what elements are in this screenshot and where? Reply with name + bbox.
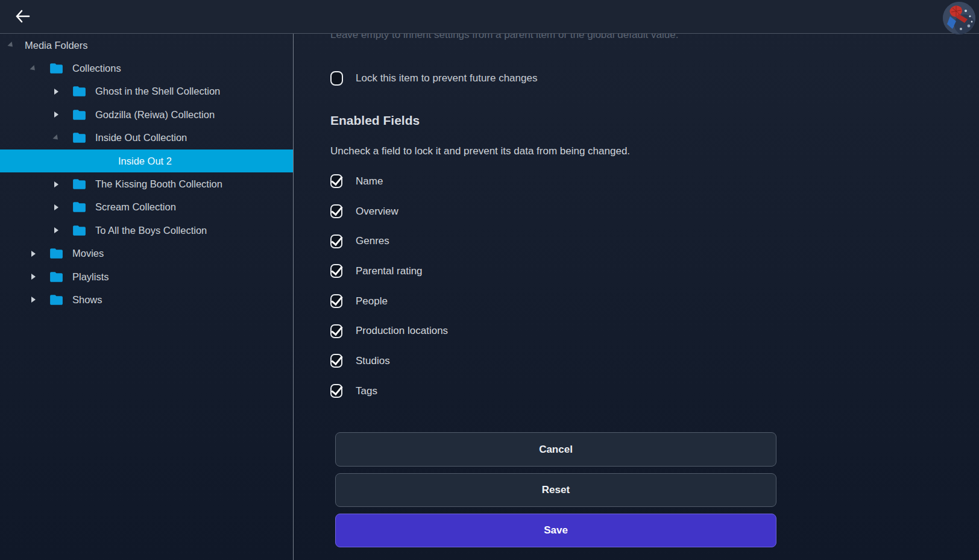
tree-item-label: Inside Out Collection <box>95 132 187 143</box>
tree-item-label: Ghost in the Shell Collection <box>95 86 220 97</box>
tree-item-label: Media Folders <box>25 40 88 51</box>
field-row-tags[interactable]: Tags <box>330 376 448 406</box>
tree-item-playlists[interactable]: Playlists <box>0 265 293 288</box>
cancel-button[interactable]: Cancel <box>335 432 776 467</box>
folder-icon <box>72 130 87 145</box>
field-checkbox[interactable] <box>330 324 342 338</box>
tree-item-scream[interactable]: Scream Collection <box>0 196 293 219</box>
tree-item-movies[interactable]: Movies <box>0 242 293 265</box>
caret-collapsed-icon[interactable] <box>54 204 58 210</box>
field-row-people[interactable]: People <box>330 286 448 316</box>
tree-item-ghost-in-the-shell[interactable]: Ghost in the Shell Collection <box>0 80 293 103</box>
field-row-name[interactable]: Name <box>330 166 448 197</box>
tree-item-label: Inside Out 2 <box>118 156 172 167</box>
field-label: People <box>356 295 388 307</box>
tree-item-label: Godzilla (Reiwa) Collection <box>95 109 215 121</box>
arrow-left-icon <box>14 8 32 24</box>
reset-button[interactable]: Reset <box>335 473 776 507</box>
folder-icon <box>49 61 64 76</box>
tree-item-label: Collections <box>72 63 121 74</box>
back-button[interactable] <box>12 7 34 27</box>
field-checkbox[interactable] <box>330 264 342 278</box>
caret-collapsed-icon[interactable] <box>31 251 36 257</box>
field-label: Production locations <box>356 325 448 337</box>
caret-collapsed-icon[interactable] <box>54 227 58 233</box>
caret-collapsed-icon[interactable] <box>54 181 58 187</box>
tree-item-to-all-the-boys[interactable]: To All the Boys Collection <box>0 219 293 242</box>
field-checkbox[interactable] <box>330 384 342 398</box>
tree-item-label: Movies <box>72 248 104 259</box>
user-avatar-image <box>943 2 975 34</box>
field-checkbox[interactable] <box>330 294 342 308</box>
tree-item-label: The Kissing Booth Collection <box>95 178 222 190</box>
tree-item-inside-out-collection[interactable]: Inside Out Collection <box>0 127 293 149</box>
metadata-editor-screen: Leave empty to inherit settings from a p… <box>0 0 979 560</box>
field-label: Name <box>356 175 383 187</box>
enabled-fields-list: Name Overview Genres Parental rating Peo… <box>330 166 448 406</box>
top-bar <box>0 0 979 34</box>
field-row-overview[interactable]: Overview <box>330 197 448 227</box>
caret-collapsed-icon[interactable] <box>31 297 36 303</box>
folder-icon <box>72 84 87 99</box>
folder-icon <box>49 292 64 307</box>
field-label: Tags <box>356 385 377 397</box>
field-checkbox[interactable] <box>330 174 342 188</box>
lock-item-checkbox[interactable] <box>330 71 343 86</box>
caret-expanded-icon[interactable] <box>52 134 60 142</box>
tree-item-kissing-booth[interactable]: The Kissing Booth Collection <box>0 172 293 195</box>
tree-item-label: Scream Collection <box>95 201 176 213</box>
tree-item-label: To All the Boys Collection <box>95 225 207 236</box>
field-label: Parental rating <box>356 265 423 277</box>
enabled-fields-description: Uncheck a field to lock it and prevent i… <box>330 145 630 157</box>
field-checkbox[interactable] <box>330 354 342 368</box>
tree-item-inside-out-2-selected[interactable]: Inside Out 2 <box>0 149 293 172</box>
field-row-production-locations[interactable]: Production locations <box>330 316 448 346</box>
caret-expanded-icon[interactable] <box>30 65 37 72</box>
field-label: Genres <box>356 235 389 247</box>
field-row-genres[interactable]: Genres <box>330 226 448 256</box>
tree-item-label: Shows <box>72 294 102 306</box>
caret-collapsed-icon[interactable] <box>54 112 58 118</box>
folder-icon <box>72 200 87 215</box>
field-checkbox[interactable] <box>330 234 342 248</box>
folder-icon <box>72 223 87 238</box>
tree-item-label: Playlists <box>72 271 109 283</box>
lock-item-row[interactable]: Lock this item to prevent future changes <box>330 71 537 86</box>
tree-item-godzilla-reiwa[interactable]: Godzilla (Reiwa) Collection <box>0 103 293 126</box>
field-row-studios[interactable]: Studios <box>330 346 448 376</box>
field-label: Studios <box>356 355 390 367</box>
caret-expanded-icon[interactable] <box>7 42 14 49</box>
save-button[interactable]: Save <box>335 514 776 547</box>
folder-icon <box>49 269 64 285</box>
user-avatar[interactable] <box>943 2 975 34</box>
field-label: Overview <box>356 206 398 218</box>
folder-icon <box>72 107 87 122</box>
field-checkbox[interactable] <box>330 204 342 218</box>
folder-icon <box>72 177 87 192</box>
tree-item-media-folders[interactable]: Media Folders <box>0 34 293 57</box>
field-row-parental-rating[interactable]: Parental rating <box>330 256 448 286</box>
lock-item-label: Lock this item to prevent future changes <box>356 72 537 84</box>
tree-item-collections[interactable]: Collections <box>0 57 293 80</box>
media-folders-tree: Media Folders Collections Ghost in the S… <box>0 34 294 560</box>
folder-icon <box>49 246 64 261</box>
enabled-fields-title: Enabled Fields <box>330 113 420 128</box>
tree-item-shows[interactable]: Shows <box>0 288 293 311</box>
caret-collapsed-icon[interactable] <box>31 274 36 280</box>
caret-collapsed-icon[interactable] <box>54 89 58 95</box>
